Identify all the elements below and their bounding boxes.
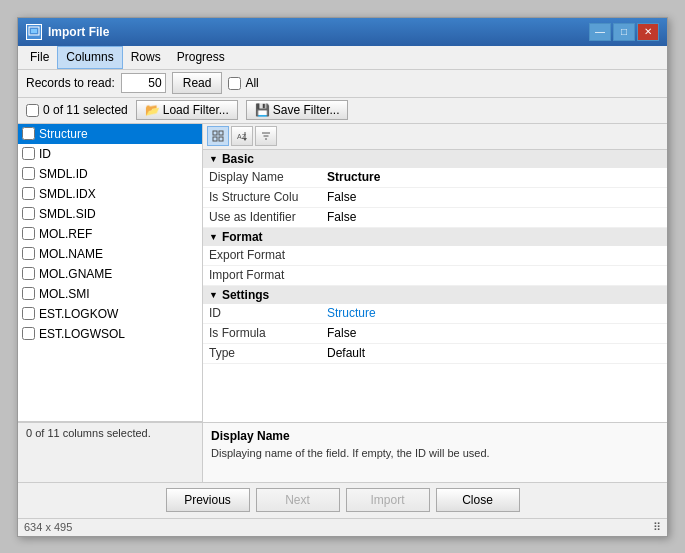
column-status: 0 of 11 columns selected.: [18, 422, 202, 482]
button-bar: Previous Next Import Close: [18, 482, 667, 518]
previous-button[interactable]: Previous: [166, 488, 250, 512]
properties-panel: ▼ BasicDisplay NameStructureIs Structure…: [203, 150, 667, 422]
all-checkbox-label: All: [228, 76, 258, 90]
save-filter-label: Save Filter...: [273, 103, 340, 117]
chevron-icon: ▼: [209, 290, 218, 300]
column-checkbox[interactable]: [22, 267, 35, 280]
prop-row: Display NameStructure: [203, 168, 667, 188]
prop-row-name: ID: [203, 306, 323, 320]
column-item[interactable]: MOL.REF: [18, 224, 202, 244]
prop-row-name: Use as Identifier: [203, 210, 323, 224]
sort-az-button[interactable]: AZ: [231, 126, 253, 146]
statusbar-bottom: 634 x 495 ⠿: [18, 518, 667, 536]
next-button[interactable]: Next: [256, 488, 340, 512]
column-item[interactable]: MOL.GNAME: [18, 264, 202, 284]
prop-row-value: Default: [323, 346, 667, 360]
prop-row: Is FormulaFalse: [203, 324, 667, 344]
minimize-button[interactable]: —: [589, 23, 611, 41]
column-checkbox[interactable]: [22, 307, 35, 320]
window-title: Import File: [48, 25, 589, 39]
all-checkbox[interactable]: [228, 77, 241, 90]
column-checkbox[interactable]: [22, 167, 35, 180]
prop-row-name: Type: [203, 346, 323, 360]
column-list: StructureIDSMDL.IDSMDL.IDXSMDL.SIDMOL.RE…: [18, 124, 202, 422]
column-item[interactable]: EST.LOGKOW: [18, 304, 202, 324]
prop-row: Use as IdentifierFalse: [203, 208, 667, 228]
column-item[interactable]: EST.LOGWSOL: [18, 324, 202, 344]
prop-row-name: Is Formula: [203, 326, 323, 340]
prop-toolbar: AZ: [203, 124, 667, 150]
svg-rect-4: [213, 137, 217, 141]
column-checkbox[interactable]: [22, 207, 35, 220]
column-item[interactable]: SMDL.SID: [18, 204, 202, 224]
column-checkbox[interactable]: [22, 327, 35, 340]
svg-rect-1: [31, 29, 37, 33]
dimensions-label: 634 x 495: [24, 521, 72, 533]
prop-row: TypeDefault: [203, 344, 667, 364]
selected-checkbox-label: 0 of 11 selected: [26, 103, 128, 117]
menu-file[interactable]: File: [22, 46, 57, 69]
menu-rows[interactable]: Rows: [123, 46, 169, 69]
title-bar: Import File — □ ✕: [18, 18, 667, 46]
chevron-icon: ▼: [209, 232, 218, 242]
prop-section-header[interactable]: ▼ Settings: [203, 286, 667, 304]
description-text: Displaying name of the field. If empty, …: [211, 446, 659, 461]
column-item[interactable]: MOL.SMI: [18, 284, 202, 304]
column-name: MOL.GNAME: [39, 267, 112, 281]
prop-row-value: False: [323, 326, 667, 340]
column-checkbox[interactable]: [22, 227, 35, 240]
column-checkbox[interactable]: [22, 147, 35, 160]
column-name: MOL.REF: [39, 227, 92, 241]
close-button[interactable]: Close: [436, 488, 520, 512]
prop-row-value: Structure: [323, 170, 667, 184]
column-checkbox[interactable]: [22, 287, 35, 300]
close-window-button[interactable]: ✕: [637, 23, 659, 41]
section-name: Basic: [222, 152, 254, 166]
window-icon: [26, 24, 42, 40]
column-name: Structure: [39, 127, 88, 141]
load-filter-label: Load Filter...: [163, 103, 229, 117]
save-filter-icon: 💾: [255, 103, 270, 117]
column-name: SMDL.SID: [39, 207, 96, 221]
prop-row-value: False: [323, 210, 667, 224]
left-panel: StructureIDSMDL.IDSMDL.IDXSMDL.SIDMOL.RE…: [18, 124, 203, 482]
load-filter-button[interactable]: 📂 Load Filter...: [136, 100, 238, 120]
menu-bar: File Columns Rows Progress: [18, 46, 667, 70]
column-item[interactable]: ID: [18, 144, 202, 164]
description-panel: Display Name Displaying name of the fiel…: [203, 422, 667, 482]
column-item[interactable]: SMDL.ID: [18, 164, 202, 184]
main-window: Import File — □ ✕ File Columns Rows Prog…: [17, 17, 668, 537]
selected-checkbox[interactable]: [26, 104, 39, 117]
menu-progress[interactable]: Progress: [169, 46, 233, 69]
prop-row-value: False: [323, 190, 667, 204]
prop-section-header[interactable]: ▼ Basic: [203, 150, 667, 168]
menu-columns[interactable]: Columns: [57, 46, 122, 69]
column-item[interactable]: MOL.NAME: [18, 244, 202, 264]
prop-row-name: Display Name: [203, 170, 323, 184]
read-button[interactable]: Read: [172, 72, 223, 94]
resize-icon: ⠿: [653, 521, 661, 534]
column-item[interactable]: SMDL.IDX: [18, 184, 202, 204]
section-name: Settings: [222, 288, 269, 302]
records-input[interactable]: [121, 73, 166, 93]
column-checkbox[interactable]: [22, 247, 35, 260]
column-name: MOL.SMI: [39, 287, 90, 301]
grid-view-button[interactable]: [207, 126, 229, 146]
prop-row: Is Structure ColuFalse: [203, 188, 667, 208]
filter-prop-button[interactable]: [255, 126, 277, 146]
save-filter-button[interactable]: 💾 Save Filter...: [246, 100, 349, 120]
column-checkbox[interactable]: [22, 127, 35, 140]
prop-row-name: Import Format: [203, 268, 323, 282]
svg-rect-2: [213, 131, 217, 135]
import-button[interactable]: Import: [346, 488, 430, 512]
column-name: SMDL.ID: [39, 167, 88, 181]
prop-row-name: Export Format: [203, 248, 323, 262]
records-label: Records to read:: [26, 76, 115, 90]
prop-section-header[interactable]: ▼ Format: [203, 228, 667, 246]
maximize-button[interactable]: □: [613, 23, 635, 41]
column-checkbox[interactable]: [22, 187, 35, 200]
column-item[interactable]: Structure: [18, 124, 202, 144]
selected-count: 0 of 11 selected: [43, 103, 128, 117]
main-content: StructureIDSMDL.IDSMDL.IDXSMDL.SIDMOL.RE…: [18, 124, 667, 482]
prop-row: Export Format: [203, 246, 667, 266]
